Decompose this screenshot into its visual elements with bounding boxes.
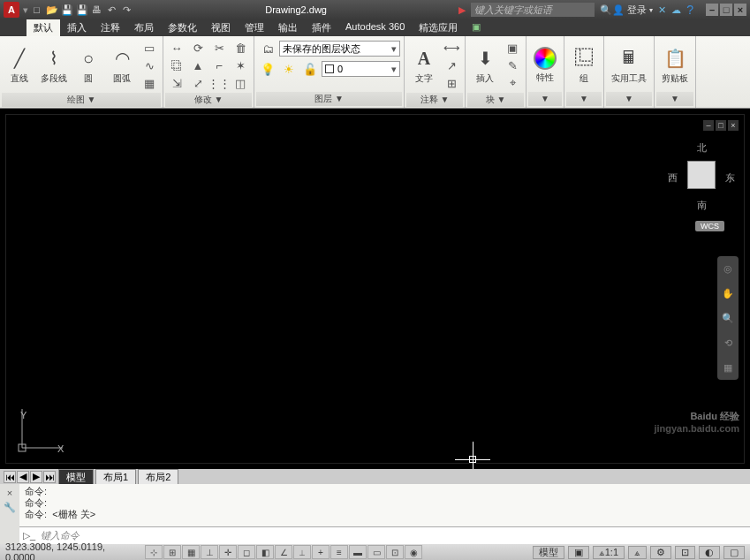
tab-a360[interactable]: Autodesk 360: [338, 19, 412, 36]
snap-icon[interactable]: ⊞: [163, 545, 181, 559]
otrack-icon[interactable]: ∠: [275, 545, 292, 559]
panel-annotate-title[interactable]: 注释 ▼: [406, 93, 463, 107]
cloud-icon[interactable]: ☁: [671, 4, 681, 16]
minimize-icon[interactable]: –: [706, 4, 718, 16]
search-input[interactable]: 键入关键字或短语: [471, 3, 595, 17]
help-icon[interactable]: ?: [686, 3, 693, 17]
layer-on-icon[interactable]: 💡: [258, 61, 277, 77]
rect-icon[interactable]: ▭: [140, 40, 159, 56]
fillet-icon[interactable]: ⌐: [209, 57, 229, 73]
infer-icon[interactable]: ⊹: [145, 545, 163, 559]
vp-maximize-icon[interactable]: □: [716, 120, 726, 131]
grid-icon[interactable]: ▦: [182, 545, 200, 559]
tab-insert[interactable]: 插入: [60, 19, 94, 36]
panel-draw-title[interactable]: 绘图 ▼: [2, 93, 161, 107]
viewcube-top[interactable]: [687, 161, 716, 189]
layer-current-combo[interactable]: 0▾: [322, 61, 400, 77]
saveas-icon[interactable]: 💾: [75, 4, 88, 17]
tab-model[interactable]: 模型: [58, 469, 94, 485]
ws-switch-icon[interactable]: ⚙: [650, 546, 671, 559]
app-logo-icon[interactable]: A: [4, 2, 19, 18]
coordinates[interactable]: 3123.3008, 1245.0119, 0.0000: [0, 541, 141, 560]
panel-clip-title[interactable]: ▼: [656, 92, 693, 106]
tab-layout2[interactable]: 布局2: [138, 469, 178, 485]
explode-icon[interactable]: ✶: [231, 57, 250, 73]
array-icon[interactable]: ⋮⋮: [209, 75, 229, 91]
layer-props-icon[interactable]: 🗂: [258, 41, 277, 57]
tab-annotate[interactable]: 注释: [94, 19, 127, 36]
record-icon[interactable]: ▶: [458, 4, 466, 16]
cmd-options-icon[interactable]: 🔧: [4, 502, 16, 513]
am-icon[interactable]: ◉: [405, 545, 422, 559]
panel-group-title[interactable]: ▼: [566, 92, 602, 106]
attr-icon[interactable]: ⌖: [503, 75, 522, 91]
tab-last-icon[interactable]: ⏭: [43, 471, 56, 483]
save-icon[interactable]: 💾: [60, 4, 73, 17]
dyn-icon[interactable]: +: [312, 545, 330, 559]
dim-linear-icon[interactable]: ⟷: [442, 40, 461, 56]
arc-button[interactable]: ◠圆弧: [106, 44, 138, 87]
sc-icon[interactable]: ⊡: [386, 545, 404, 559]
ortho-icon[interactable]: ⊥: [201, 545, 218, 559]
polar-icon[interactable]: ✛: [219, 545, 237, 559]
stretch-icon[interactable]: ⇲: [167, 75, 186, 91]
tab-parametric[interactable]: 参数化: [161, 19, 204, 36]
panel-block-title[interactable]: 块 ▼: [467, 93, 524, 107]
circle-button[interactable]: ○圆: [72, 44, 104, 87]
hatch-icon[interactable]: ▦: [140, 75, 159, 91]
tpy-icon[interactable]: ▬: [349, 545, 367, 559]
copy-icon[interactable]: ⿻: [167, 57, 186, 73]
annovis-icon[interactable]: ⟁: [628, 546, 647, 559]
insert-button[interactable]: ⬇插入: [469, 44, 501, 87]
rotate-icon[interactable]: ⟳: [188, 40, 208, 56]
tab-next-icon[interactable]: ▶: [30, 471, 42, 483]
panel-layer-title[interactable]: 图层 ▼: [256, 92, 402, 106]
text-button[interactable]: A文字: [408, 44, 440, 87]
tab-plugin[interactable]: 插件: [305, 19, 338, 36]
print-icon[interactable]: 🖶: [90, 4, 103, 17]
tab-layout1[interactable]: 布局1: [95, 469, 136, 485]
exchange-icon[interactable]: ✕: [658, 4, 666, 16]
scale-icon[interactable]: ⤢: [188, 75, 208, 91]
move-icon[interactable]: ↔: [167, 40, 186, 56]
status-model[interactable]: 模型: [533, 546, 564, 559]
redo-icon[interactable]: ↷: [120, 4, 133, 17]
wcs-label[interactable]: WCS: [695, 221, 724, 231]
tab-extra-icon[interactable]: ▣: [465, 19, 488, 36]
open-icon[interactable]: 📂: [45, 4, 58, 17]
tab-view[interactable]: 视图: [204, 19, 238, 36]
table-icon[interactable]: ⊞: [442, 75, 461, 91]
panel-util-title[interactable]: ▼: [606, 92, 652, 106]
vp-minimize-icon[interactable]: –: [703, 120, 714, 131]
status-layout-icon[interactable]: ▣: [568, 546, 589, 559]
osnap-icon[interactable]: ◻: [238, 545, 255, 559]
tab-first-icon[interactable]: ⏮: [4, 471, 16, 483]
create-block-icon[interactable]: ▣: [503, 40, 522, 56]
viewport[interactable]: – □ × 北 南 西 东 WCS ◎ ✋ 🔍 ⟲ ▦ Y X: [5, 114, 745, 464]
orbit-icon[interactable]: ⟲: [719, 334, 737, 352]
trim-icon[interactable]: ✂: [209, 40, 229, 56]
viewcube-east[interactable]: 东: [725, 171, 735, 185]
showmotion-icon[interactable]: ▦: [719, 359, 737, 376]
undo-icon[interactable]: ↶: [105, 4, 118, 17]
mirror-icon[interactable]: ▲: [188, 57, 208, 73]
offset-icon[interactable]: ◫: [231, 75, 250, 91]
login-button[interactable]: 👤 登录 ▾: [612, 4, 653, 17]
annoscale-icon[interactable]: ⟁ 1:1: [593, 546, 625, 559]
clean-screen-icon[interactable]: ▢: [723, 546, 745, 559]
viewcube-west[interactable]: 西: [668, 171, 678, 185]
menu-dropdown-icon[interactable]: ▾: [23, 4, 28, 16]
hw-accel-icon[interactable]: ⊡: [675, 546, 695, 559]
panel-modify-title[interactable]: 修改 ▼: [165, 93, 252, 107]
viewcube-south[interactable]: 南: [675, 199, 728, 212]
viewcube[interactable]: 北 南 西 东: [675, 141, 728, 212]
tab-prev-icon[interactable]: ◀: [17, 471, 29, 483]
pan-icon[interactable]: ✋: [719, 284, 737, 302]
cmd-close-icon[interactable]: ×: [7, 488, 12, 498]
tab-featured[interactable]: 精选应用: [412, 19, 465, 36]
viewcube-north[interactable]: 北: [675, 141, 728, 155]
polyline-button[interactable]: ⌇多段线: [37, 44, 71, 87]
isolate-icon[interactable]: ◐: [699, 546, 720, 559]
props-button[interactable]: 特性: [530, 45, 560, 86]
line-button[interactable]: ╱直线: [4, 44, 35, 87]
